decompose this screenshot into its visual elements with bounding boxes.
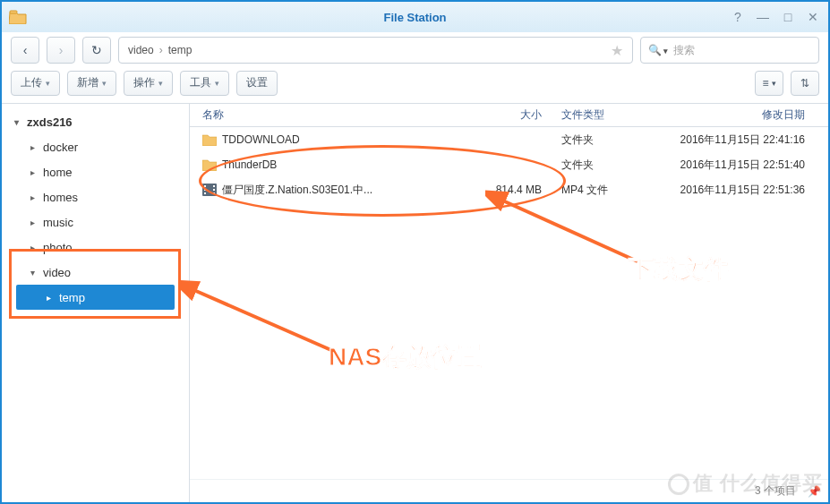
table-row[interactable]: 僵尸国度.Z.Nation.S03E01.中... 814.4 MB MP4 文…: [190, 177, 828, 202]
tree-label: video: [43, 266, 71, 279]
chevron-right-icon: ›: [59, 43, 64, 57]
svg-rect-2: [204, 185, 206, 187]
file-size: 814.4 MB: [465, 184, 554, 196]
sort-icon: ⇅: [800, 77, 809, 90]
minimize-icon[interactable]: —: [755, 9, 771, 25]
collapse-icon[interactable]: ▾: [14, 117, 23, 127]
item-count: 3 个项目: [755, 483, 796, 499]
file-type: 文件夹: [554, 132, 635, 148]
tools-button[interactable]: 工具▾: [180, 71, 229, 96]
breadcrumb-item[interactable]: video: [128, 44, 154, 56]
upload-label: 上传: [21, 75, 42, 90]
file-date: 2016年11月15日 22:51:36: [635, 183, 814, 198]
main: ▾zxds216 ▸docker ▸home ▸homes ▸music ▸ph…: [2, 104, 828, 502]
folder-icon: [202, 133, 217, 146]
tree-item-home[interactable]: ▸home: [4, 159, 187, 184]
tree-item-photo[interactable]: ▸photo: [4, 235, 187, 260]
window: File Station ? — □ ✕ ‹ › ↻ video › temp …: [0, 0, 830, 504]
collapse-icon[interactable]: ▾: [30, 268, 39, 278]
search-input[interactable]: [673, 44, 811, 56]
tree-label: homes: [43, 191, 78, 204]
file-type: 文件夹: [554, 158, 635, 173]
folder-icon: [202, 158, 217, 171]
svg-rect-5: [213, 185, 215, 187]
file-name: TDDOWNLOAD: [222, 133, 300, 146]
table-row[interactable]: ThunderDB 文件夹 2016年11月15日 22:51:40: [190, 152, 828, 177]
toolbar: 上传▾ 新增▾ 操作▾ 工具▾ 设置 ≡▾ ⇅: [2, 68, 828, 104]
titlebar: File Station ? — □ ✕: [2, 2, 828, 32]
refresh-icon: ↻: [91, 43, 102, 57]
tree-item-homes[interactable]: ▸homes: [4, 184, 187, 209]
tree-label: home: [43, 166, 73, 179]
tree-label: music: [43, 216, 73, 229]
tree-label: photo: [43, 241, 73, 254]
tree-label: temp: [59, 291, 85, 304]
expand-icon[interactable]: ▸: [30, 218, 39, 227]
chevron-down-icon: ▾: [772, 79, 776, 88]
tools-label: 工具: [190, 75, 211, 90]
breadcrumb[interactable]: video › temp ★: [118, 37, 633, 64]
tree-label: docker: [43, 141, 78, 154]
window-controls: ? — □ ✕: [730, 9, 821, 25]
forward-button[interactable]: ›: [47, 37, 75, 64]
nav-row: ‹ › ↻ video › temp ★ 🔍▾: [2, 32, 828, 68]
file-list: 名称 大小 文件类型 修改日期 TDDOWNLOAD 文件夹 2016年11月1…: [190, 104, 828, 502]
help-icon[interactable]: ?: [730, 9, 746, 25]
svg-rect-6: [213, 189, 215, 191]
expand-icon[interactable]: ▸: [30, 243, 39, 252]
search-icon[interactable]: 🔍▾: [648, 44, 668, 56]
chevron-down-icon: ▾: [158, 79, 163, 88]
expand-icon[interactable]: ▸: [30, 192, 39, 202]
back-button[interactable]: ‹: [11, 37, 39, 64]
refresh-button[interactable]: ↻: [82, 37, 111, 64]
window-title: File Station: [383, 11, 446, 24]
breadcrumb-sep: ›: [159, 44, 163, 56]
file-name: ThunderDB: [222, 158, 277, 171]
svg-rect-3: [204, 189, 206, 191]
tree-root[interactable]: ▾zxds216: [4, 109, 187, 134]
col-type[interactable]: 文件类型: [554, 107, 635, 123]
col-date[interactable]: 修改日期: [635, 107, 814, 123]
expand-icon[interactable]: ▸: [30, 167, 39, 177]
chevron-down-icon: ▾: [102, 79, 107, 88]
expand-icon[interactable]: ▸: [47, 293, 56, 303]
settings-label: 设置: [246, 75, 268, 90]
file-date: 2016年11月15日 22:51:40: [635, 158, 814, 173]
col-size[interactable]: 大小: [465, 107, 554, 123]
close-icon[interactable]: ✕: [805, 9, 821, 25]
svg-rect-0: [10, 11, 17, 13]
table-row[interactable]: TDDOWNLOAD 文件夹 2016年11月15日 22:41:16: [190, 127, 828, 152]
search-box[interactable]: 🔍▾: [640, 37, 819, 64]
create-label: 新增: [77, 75, 98, 90]
tree-item-docker[interactable]: ▸docker: [4, 134, 187, 159]
file-list-header: 名称 大小 文件类型 修改日期: [190, 104, 828, 127]
app-icon: [9, 10, 27, 24]
pin-icon[interactable]: 📌: [808, 485, 821, 498]
chevron-left-icon: ‹: [23, 43, 28, 57]
view-list-button[interactable]: ≡▾: [755, 71, 783, 96]
video-file-icon: [202, 184, 217, 196]
svg-rect-4: [204, 192, 206, 194]
action-label: 操作: [133, 75, 155, 90]
breadcrumb-item[interactable]: temp: [168, 44, 193, 56]
list-icon: ≡: [762, 77, 768, 90]
col-name[interactable]: 名称: [190, 107, 465, 123]
folder-tree: ▾zxds216 ▸docker ▸home ▸homes ▸music ▸ph…: [2, 104, 190, 502]
file-type: MP4 文件: [554, 183, 635, 198]
action-button[interactable]: 操作▾: [124, 71, 173, 96]
upload-button[interactable]: 上传▾: [11, 71, 60, 96]
tree-item-temp[interactable]: ▸temp: [16, 285, 175, 310]
tree-item-video[interactable]: ▾video: [4, 260, 187, 285]
chevron-down-icon: ▾: [46, 79, 50, 88]
settings-button[interactable]: 设置: [236, 71, 278, 96]
tree-item-music[interactable]: ▸music: [4, 209, 187, 235]
create-button[interactable]: 新增▾: [67, 71, 116, 96]
favorite-icon[interactable]: ★: [611, 42, 623, 59]
svg-rect-7: [213, 192, 215, 194]
file-date: 2016年11月15日 22:41:16: [635, 132, 814, 148]
file-name: 僵尸国度.Z.Nation.S03E01.中...: [222, 183, 372, 198]
expand-icon[interactable]: ▸: [30, 142, 39, 152]
sort-button[interactable]: ⇅: [791, 71, 819, 96]
tree-root-label: zxds216: [27, 115, 73, 129]
maximize-icon[interactable]: □: [780, 9, 796, 25]
